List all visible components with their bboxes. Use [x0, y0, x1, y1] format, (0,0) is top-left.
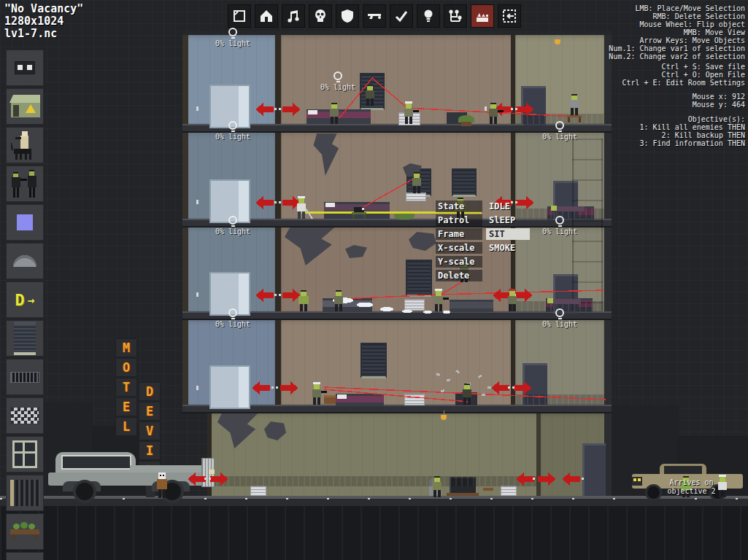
- enemy-character[interactable]: [366, 85, 374, 106]
- menu-item-patrol[interactable]: Patrol: [436, 214, 482, 226]
- powder-piles: [333, 298, 450, 314]
- palette-item-blinds-window[interactable]: [6, 320, 44, 357]
- arrival-note: Arrives on objective 2: [653, 478, 730, 496]
- menu-row: StateIDLE: [436, 199, 545, 213]
- tool-selection-button[interactable]: [228, 4, 251, 28]
- arrival-note-line2: objective 2: [653, 487, 730, 496]
- mouse-x: Mouse x: 912: [693, 93, 745, 101]
- door-arrow-right: [538, 472, 556, 486]
- tool-check-button[interactable]: [390, 4, 413, 28]
- palette-item-hound-rider[interactable]: [6, 127, 44, 163]
- tool-gun-button[interactable]: [363, 4, 386, 28]
- file-shortcuts: Ctrl + S: Save file Ctrl + O: Open File …: [622, 63, 745, 87]
- door-arrow-left: [188, 472, 206, 486]
- menu-item-y-scale[interactable]: Y-scale: [436, 256, 482, 268]
- door-arrow-left: [255, 289, 274, 302]
- lightbulb-icon: [228, 121, 237, 130]
- tool-room-button[interactable]: [471, 4, 494, 28]
- enemy-character[interactable]: [297, 196, 312, 219]
- enemy-character-sitting[interactable]: [433, 476, 442, 497]
- menu-value[interactable]: SMOKE: [486, 242, 518, 254]
- palette-item-exit-marker[interactable]: D→: [6, 281, 44, 318]
- light-level-label[interactable]: 0% light: [214, 216, 252, 236]
- palette-item-radio[interactable]: [6, 50, 44, 86]
- tool-music-button[interactable]: [282, 4, 305, 28]
- enemy-character[interactable]: [298, 290, 309, 311]
- objective-item: 1: Kill all enemies THEN: [640, 123, 746, 131]
- door-arrow-left: [516, 472, 534, 486]
- mouse-coordinates: Mouse x: 912 Mouse y: 464: [693, 93, 745, 109]
- door-arrow-right: [280, 381, 298, 394]
- level-title: "No Vacancy": [4, 3, 83, 15]
- menu-value[interactable]: [486, 261, 492, 262]
- pet-cat[interactable]: [352, 207, 366, 219]
- lightbulb-icon: [555, 308, 564, 317]
- tool-resize-button[interactable]: [498, 4, 521, 28]
- menu-value[interactable]: IDLE: [486, 201, 513, 212]
- light-level-label[interactable]: 0% light: [541, 308, 579, 328]
- door-arrow-right: [514, 381, 532, 394]
- palette-item-fence-bars[interactable]: [6, 475, 44, 511]
- door-arrow-right: [282, 103, 301, 116]
- palette-item-vent-grate[interactable]: [6, 359, 44, 395]
- menu-row: PatrolSlEEP: [436, 213, 545, 227]
- menu-value[interactable]: SlEEP: [486, 214, 518, 226]
- menu-item-x-scale[interactable]: X-scale: [436, 242, 482, 254]
- menu-item-frame[interactable]: Frame: [436, 228, 482, 240]
- toolbar: [228, 4, 521, 28]
- door-arrow-right: [282, 289, 301, 302]
- menu-value[interactable]: [486, 275, 492, 276]
- light-level-label[interactable]: 0% light: [214, 28, 252, 47]
- objective-item: 2: Kill backup THEN: [640, 131, 746, 139]
- palette-item-framed-window[interactable]: [6, 436, 44, 472]
- objectives-panel: Objective(s): 1: Kill all enemies THEN 2…: [640, 115, 746, 147]
- light-level-label[interactable]: 0% light: [319, 71, 357, 91]
- enemy-character[interactable]: [330, 103, 339, 124]
- lightbulb-icon: [333, 71, 342, 80]
- door-arrow-left: [255, 103, 274, 116]
- light-level-label[interactable]: 0% light: [541, 216, 579, 236]
- menu-row: X-scaleSMOKE: [436, 241, 545, 254]
- sleeping-enemy[interactable]: [547, 298, 581, 304]
- menu-item-delete[interactable]: Delete: [436, 270, 482, 281]
- lightbulb-icon: [555, 121, 564, 130]
- lightbulb-icon: [228, 28, 237, 36]
- lightbulb-icon: [228, 216, 237, 225]
- palette-item-generator-shed[interactable]: [6, 88, 44, 125]
- mouse-y: Mouse y: 464: [693, 101, 745, 109]
- tool-house-button[interactable]: [255, 4, 278, 28]
- menu-row: Delete: [436, 268, 545, 282]
- enemy-character[interactable]: [404, 101, 419, 124]
- arrival-note-line1: Arrives on: [653, 478, 730, 487]
- tool-skull-button[interactable]: [309, 4, 332, 28]
- door-arrows[interactable]: [188, 103, 580, 486]
- enemy-character[interactable]: [334, 290, 343, 311]
- controls-help: LMB: Place/Move Selection RMB: Delete Se…: [609, 4, 745, 61]
- sleeping-enemy[interactable]: [551, 206, 585, 211]
- door-arrow-left: [491, 381, 509, 394]
- tool-light-button[interactable]: [417, 4, 440, 28]
- enemy-character[interactable]: [312, 382, 327, 405]
- palette-item-marker-block[interactable]: [6, 204, 44, 241]
- lightbulb-icon: [555, 216, 564, 225]
- enemy-character[interactable]: [434, 289, 449, 311]
- objective-item: 3: Find information THEN: [640, 139, 746, 147]
- object-context-menu: StateIDLE PatrolSlEEP FrameSIT X-scaleSM…: [436, 199, 545, 282]
- tool-path-button[interactable]: [444, 4, 467, 28]
- menu-value-highlighted[interactable]: SIT: [486, 228, 530, 240]
- level-editor: M O T E L D E V I L: [0, 0, 748, 560]
- palette-item-broken-window[interactable]: [6, 397, 44, 434]
- palette-item-dome[interactable]: [6, 243, 44, 279]
- tool-shield-button[interactable]: [336, 4, 359, 28]
- menu-item-state[interactable]: State: [436, 201, 482, 212]
- protagonist-character[interactable]: [157, 472, 167, 498]
- light-level-label[interactable]: 0% light: [541, 121, 579, 141]
- menu-row: FrameSIT: [436, 227, 545, 241]
- palette-item-planter[interactable]: [6, 513, 44, 550]
- enemy-character-sitting[interactable]: [567, 94, 582, 122]
- light-level-label[interactable]: 0% light: [214, 121, 252, 141]
- light-level-label[interactable]: 0% light: [214, 308, 252, 328]
- lightbulb-icon: [228, 308, 237, 317]
- palette-item-gangsters[interactable]: [6, 166, 44, 202]
- palette-item-debris[interactable]: [6, 552, 44, 560]
